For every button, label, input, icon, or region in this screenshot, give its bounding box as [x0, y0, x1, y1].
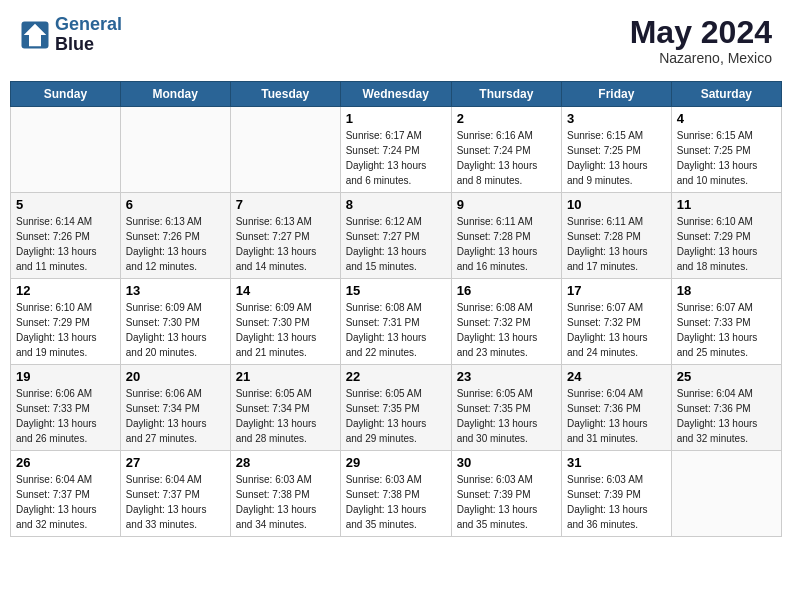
day-number: 27	[126, 455, 225, 470]
weekday-wednesday: Wednesday	[340, 82, 451, 107]
day-cell: 6Sunrise: 6:13 AM Sunset: 7:26 PM Daylig…	[120, 193, 230, 279]
day-number: 30	[457, 455, 556, 470]
day-info: Sunrise: 6:03 AM Sunset: 7:38 PM Dayligh…	[236, 472, 335, 532]
day-info: Sunrise: 6:13 AM Sunset: 7:27 PM Dayligh…	[236, 214, 335, 274]
title-block: May 2024 Nazareno, Mexico	[630, 15, 772, 66]
day-cell: 20Sunrise: 6:06 AM Sunset: 7:34 PM Dayli…	[120, 365, 230, 451]
day-info: Sunrise: 6:10 AM Sunset: 7:29 PM Dayligh…	[16, 300, 115, 360]
day-cell: 22Sunrise: 6:05 AM Sunset: 7:35 PM Dayli…	[340, 365, 451, 451]
day-cell: 27Sunrise: 6:04 AM Sunset: 7:37 PM Dayli…	[120, 451, 230, 537]
logo-text: General Blue	[55, 15, 122, 55]
day-number: 14	[236, 283, 335, 298]
week-row-5: 26Sunrise: 6:04 AM Sunset: 7:37 PM Dayli…	[11, 451, 782, 537]
day-info: Sunrise: 6:05 AM Sunset: 7:35 PM Dayligh…	[457, 386, 556, 446]
day-info: Sunrise: 6:04 AM Sunset: 7:37 PM Dayligh…	[126, 472, 225, 532]
day-info: Sunrise: 6:17 AM Sunset: 7:24 PM Dayligh…	[346, 128, 446, 188]
day-cell: 5Sunrise: 6:14 AM Sunset: 7:26 PM Daylig…	[11, 193, 121, 279]
day-cell: 21Sunrise: 6:05 AM Sunset: 7:34 PM Dayli…	[230, 365, 340, 451]
day-cell	[120, 107, 230, 193]
day-number: 25	[677, 369, 776, 384]
day-cell	[230, 107, 340, 193]
week-row-2: 5Sunrise: 6:14 AM Sunset: 7:26 PM Daylig…	[11, 193, 782, 279]
day-number: 28	[236, 455, 335, 470]
day-info: Sunrise: 6:05 AM Sunset: 7:34 PM Dayligh…	[236, 386, 335, 446]
day-number: 21	[236, 369, 335, 384]
day-info: Sunrise: 6:12 AM Sunset: 7:27 PM Dayligh…	[346, 214, 446, 274]
day-number: 11	[677, 197, 776, 212]
day-cell: 7Sunrise: 6:13 AM Sunset: 7:27 PM Daylig…	[230, 193, 340, 279]
day-cell: 8Sunrise: 6:12 AM Sunset: 7:27 PM Daylig…	[340, 193, 451, 279]
day-number: 19	[16, 369, 115, 384]
day-number: 22	[346, 369, 446, 384]
weekday-sunday: Sunday	[11, 82, 121, 107]
day-cell: 1Sunrise: 6:17 AM Sunset: 7:24 PM Daylig…	[340, 107, 451, 193]
weekday-header-row: SundayMondayTuesdayWednesdayThursdayFrid…	[11, 82, 782, 107]
calendar-table: SundayMondayTuesdayWednesdayThursdayFrid…	[10, 81, 782, 537]
day-cell: 4Sunrise: 6:15 AM Sunset: 7:25 PM Daylig…	[671, 107, 781, 193]
day-info: Sunrise: 6:06 AM Sunset: 7:34 PM Dayligh…	[126, 386, 225, 446]
weekday-monday: Monday	[120, 82, 230, 107]
week-row-1: 1Sunrise: 6:17 AM Sunset: 7:24 PM Daylig…	[11, 107, 782, 193]
day-info: Sunrise: 6:15 AM Sunset: 7:25 PM Dayligh…	[677, 128, 776, 188]
weekday-tuesday: Tuesday	[230, 82, 340, 107]
day-cell: 19Sunrise: 6:06 AM Sunset: 7:33 PM Dayli…	[11, 365, 121, 451]
day-info: Sunrise: 6:03 AM Sunset: 7:38 PM Dayligh…	[346, 472, 446, 532]
calendar-header: SundayMondayTuesdayWednesdayThursdayFrid…	[11, 82, 782, 107]
day-info: Sunrise: 6:03 AM Sunset: 7:39 PM Dayligh…	[457, 472, 556, 532]
weekday-saturday: Saturday	[671, 82, 781, 107]
day-number: 7	[236, 197, 335, 212]
day-cell: 28Sunrise: 6:03 AM Sunset: 7:38 PM Dayli…	[230, 451, 340, 537]
logo-line2: Blue	[55, 35, 122, 55]
day-info: Sunrise: 6:09 AM Sunset: 7:30 PM Dayligh…	[126, 300, 225, 360]
day-cell: 16Sunrise: 6:08 AM Sunset: 7:32 PM Dayli…	[451, 279, 561, 365]
day-info: Sunrise: 6:11 AM Sunset: 7:28 PM Dayligh…	[457, 214, 556, 274]
day-cell: 30Sunrise: 6:03 AM Sunset: 7:39 PM Dayli…	[451, 451, 561, 537]
day-info: Sunrise: 6:16 AM Sunset: 7:24 PM Dayligh…	[457, 128, 556, 188]
day-cell: 26Sunrise: 6:04 AM Sunset: 7:37 PM Dayli…	[11, 451, 121, 537]
day-cell: 10Sunrise: 6:11 AM Sunset: 7:28 PM Dayli…	[561, 193, 671, 279]
month-title: May 2024	[630, 15, 772, 50]
day-info: Sunrise: 6:14 AM Sunset: 7:26 PM Dayligh…	[16, 214, 115, 274]
day-cell: 31Sunrise: 6:03 AM Sunset: 7:39 PM Dayli…	[561, 451, 671, 537]
day-number: 24	[567, 369, 666, 384]
day-info: Sunrise: 6:06 AM Sunset: 7:33 PM Dayligh…	[16, 386, 115, 446]
calendar-body: 1Sunrise: 6:17 AM Sunset: 7:24 PM Daylig…	[11, 107, 782, 537]
page-header: General Blue May 2024 Nazareno, Mexico	[10, 10, 782, 71]
day-cell: 12Sunrise: 6:10 AM Sunset: 7:29 PM Dayli…	[11, 279, 121, 365]
day-info: Sunrise: 6:07 AM Sunset: 7:32 PM Dayligh…	[567, 300, 666, 360]
day-info: Sunrise: 6:04 AM Sunset: 7:37 PM Dayligh…	[16, 472, 115, 532]
day-info: Sunrise: 6:08 AM Sunset: 7:32 PM Dayligh…	[457, 300, 556, 360]
day-cell: 14Sunrise: 6:09 AM Sunset: 7:30 PM Dayli…	[230, 279, 340, 365]
day-number: 20	[126, 369, 225, 384]
day-number: 12	[16, 283, 115, 298]
day-cell: 3Sunrise: 6:15 AM Sunset: 7:25 PM Daylig…	[561, 107, 671, 193]
day-info: Sunrise: 6:04 AM Sunset: 7:36 PM Dayligh…	[567, 386, 666, 446]
day-info: Sunrise: 6:04 AM Sunset: 7:36 PM Dayligh…	[677, 386, 776, 446]
day-cell: 24Sunrise: 6:04 AM Sunset: 7:36 PM Dayli…	[561, 365, 671, 451]
day-number: 15	[346, 283, 446, 298]
week-row-3: 12Sunrise: 6:10 AM Sunset: 7:29 PM Dayli…	[11, 279, 782, 365]
day-cell: 18Sunrise: 6:07 AM Sunset: 7:33 PM Dayli…	[671, 279, 781, 365]
day-cell	[671, 451, 781, 537]
day-cell: 29Sunrise: 6:03 AM Sunset: 7:38 PM Dayli…	[340, 451, 451, 537]
day-info: Sunrise: 6:10 AM Sunset: 7:29 PM Dayligh…	[677, 214, 776, 274]
day-cell	[11, 107, 121, 193]
week-row-4: 19Sunrise: 6:06 AM Sunset: 7:33 PM Dayli…	[11, 365, 782, 451]
day-info: Sunrise: 6:15 AM Sunset: 7:25 PM Dayligh…	[567, 128, 666, 188]
day-number: 26	[16, 455, 115, 470]
day-info: Sunrise: 6:03 AM Sunset: 7:39 PM Dayligh…	[567, 472, 666, 532]
day-info: Sunrise: 6:09 AM Sunset: 7:30 PM Dayligh…	[236, 300, 335, 360]
day-cell: 13Sunrise: 6:09 AM Sunset: 7:30 PM Dayli…	[120, 279, 230, 365]
day-number: 2	[457, 111, 556, 126]
day-number: 16	[457, 283, 556, 298]
day-number: 18	[677, 283, 776, 298]
weekday-thursday: Thursday	[451, 82, 561, 107]
day-cell: 2Sunrise: 6:16 AM Sunset: 7:24 PM Daylig…	[451, 107, 561, 193]
location: Nazareno, Mexico	[630, 50, 772, 66]
day-number: 6	[126, 197, 225, 212]
day-cell: 23Sunrise: 6:05 AM Sunset: 7:35 PM Dayli…	[451, 365, 561, 451]
day-number: 13	[126, 283, 225, 298]
day-number: 29	[346, 455, 446, 470]
day-number: 3	[567, 111, 666, 126]
day-info: Sunrise: 6:13 AM Sunset: 7:26 PM Dayligh…	[126, 214, 225, 274]
